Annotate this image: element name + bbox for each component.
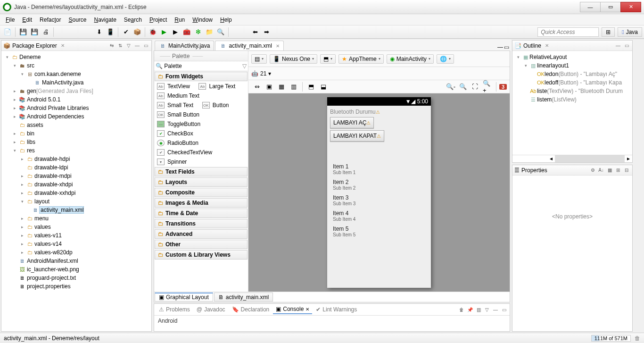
device-dropdown[interactable]: 📱Nexus One▾ [270,54,317,64]
close-outline-icon[interactable]: ✕ [545,43,549,48]
palette-cat-advanced[interactable]: 🗀Advanced [155,229,248,239]
zoom-fit-button[interactable]: 🔍 [458,82,468,92]
debug-button[interactable]: 🐞 [148,27,158,37]
console-menu-button[interactable]: ▽ [483,306,491,313]
menu-project[interactable]: Project [146,17,171,23]
palette-cat-other[interactable]: 🗀Other [155,240,248,249]
new-package-button[interactable]: 📁 [204,27,215,37]
palette-cat-textfields[interactable]: 🗀Text Fields [155,167,248,176]
outline-tree[interactable]: ▾▦RelativeLayout ▾▥linearlayout1 OKledon… [512,51,632,155]
preview-button-on[interactable]: LAMBAYI AÇ⚠ [330,117,374,128]
menu-help[interactable]: Help [216,17,236,23]
menu-search[interactable]: Search [120,17,146,23]
console-clear-button[interactable]: 🗑 [458,306,465,313]
new-project-button[interactable]: 📦 [132,27,142,37]
palette-cat-layouts[interactable]: 🗀Layouts [155,177,248,187]
props-sort-button[interactable]: A↓ [597,167,605,174]
toggle-sizes-button[interactable]: ⇔ [252,82,262,92]
menu-navigate[interactable]: Navigate [90,17,120,23]
list-item[interactable]: Item 2Sub Item 2 [329,177,429,192]
list-item[interactable]: Item 4Sub Item 4 [329,208,429,224]
save-button[interactable]: 💾 [18,27,28,37]
save-all-button[interactable]: 💾 [29,27,40,37]
menu-edit[interactable]: Edit [18,17,36,23]
palette-radiobutton[interactable]: ◉RadioButton [154,138,248,148]
heap-status[interactable]: 111M of 571M [591,335,631,342]
layout-action5[interactable]: ⬓ [318,82,329,92]
error-badge[interactable]: 3 [499,84,507,90]
back-button[interactable]: ⬅ [250,27,260,37]
gc-button[interactable]: 🗑 [635,335,640,342]
external-tools-button[interactable]: 🧰 [182,27,192,37]
run-last-button[interactable]: ▶ [170,27,181,37]
java-perspective-button[interactable]: 🿢Java [618,27,642,37]
list-item[interactable]: Item 3Sub Item 3 [329,192,429,208]
minimize-button[interactable]: — [580,2,601,12]
console-display-button[interactable]: ▥ [475,306,482,313]
layout-action4[interactable]: ⬒ [306,82,316,92]
new-button[interactable]: 📄 [2,27,13,37]
print-button[interactable]: 🖨 [41,27,51,37]
menu-window[interactable]: Window [189,17,216,23]
close-button[interactable]: ✕ [620,2,641,12]
list-item[interactable]: Item 5Sub Item 5 [329,224,429,239]
editor-tab-mainactivity[interactable]: 🗎MainActivity.java [155,41,214,50]
preview-listview[interactable]: Item 1Sub Item 1Item 2Sub Item 2Item 3Su… [329,161,429,239]
menu-file[interactable]: File [2,17,18,23]
package-tree[interactable]: ▾🗀Deneme ▾🖿src ▾⊞com.kaan.deneme 🗎MainAc… [1,51,151,331]
collapse-all-button[interactable]: ⇆ [108,42,116,50]
menu-refactor[interactable]: Refactor [36,17,65,23]
palette-cat-timedate[interactable]: 🗀Time & Date [155,209,248,218]
editor-max-button[interactable]: ▭ [504,44,509,50]
outline-min-button[interactable]: — [614,42,622,50]
open-perspective-button[interactable]: ⊞ [602,27,615,37]
api-dropdown[interactable]: ▾ [268,70,271,77]
view-menu-button[interactable]: ▽ [125,42,132,50]
console-tab[interactable]: ▣ Console ✕ [273,305,312,314]
palette-cat-transitions[interactable]: 🗀Transitions [155,219,248,228]
quick-access-input[interactable] [537,27,599,37]
activity-dropdown[interactable]: ◉MainActivity▾ [387,54,434,64]
theme-dropdown[interactable]: ★AppTheme▾ [339,54,384,64]
palette-textview[interactable]: AbTextView AbLarge Text [154,82,248,91]
props-tool3[interactable]: ▦ [606,167,613,174]
problems-tab[interactable]: ⚠ Problems [156,305,193,314]
menu-source[interactable]: Source [65,17,90,23]
palette-mediumtext[interactable]: AbMedium Text [154,91,248,100]
palette-smalltext[interactable]: AbSmall Text OKButton [154,100,248,110]
graphical-layout-tab[interactable]: ▣ Graphical Layout [155,293,213,301]
close-view-icon[interactable]: ✕ [61,43,65,48]
palette-search-icon[interactable]: 🔍 Palette [156,63,182,69]
avd-manager-button[interactable]: 📱 [105,27,116,37]
javadoc-tab[interactable]: @ Javadoc [194,305,228,314]
props-tool5[interactable]: ⊟ [623,167,630,174]
locale-dropdown[interactable]: 🌐▾ [437,54,454,64]
orientation-dropdown[interactable]: ⬒▾ [320,54,336,64]
zoom-100-button[interactable]: ⛶ [470,82,480,92]
xml-source-tab[interactable]: 🗎 activity_main.xml [214,293,273,301]
palette-smallbutton[interactable]: OKSmall Button [154,110,248,119]
palette-checkbox[interactable]: ✔CheckBox [154,129,248,138]
menu-run[interactable]: Run [171,17,189,23]
lint-button[interactable]: ✔ [121,27,131,37]
minimize-view-button[interactable]: — [133,42,141,50]
lint-tab[interactable]: ✔ Lint Warnings [313,305,360,314]
config-dropdown[interactable]: ▤▾ [251,54,267,64]
maximize-view-button[interactable]: ▭ [142,42,149,50]
preview-button-off[interactable]: LAMBAYI KAPAT⚠ [330,130,384,142]
editor-tab-activity-main[interactable]: 🗎activity_main.xml✕ [215,41,283,50]
palette-togglebutton[interactable]: —ToggleButton [154,119,248,129]
palette-cat-formwidgets[interactable]: 🗀Form Widgets [155,72,248,81]
zoom-in-button[interactable]: 🔍+ [482,82,493,92]
palette-cat-custom[interactable]: 🗀Custom & Library Views [155,250,248,259]
new-class-button[interactable]: ❇ [193,27,203,37]
outline-max-button[interactable]: ▭ [623,42,630,50]
zoom-out-button[interactable]: 🔍- [446,82,456,92]
props-tool4[interactable]: ⊞ [614,167,622,174]
declaration-tab[interactable]: 🔖 Declaration [229,305,272,314]
run-button[interactable]: ▶ [159,27,169,37]
layout-action2[interactable]: ▦ [276,82,287,92]
props-tool1[interactable]: ⚙ [589,167,596,174]
palette-cat-composite[interactable]: 🗀Composite [155,188,248,197]
palette-checkedtextview[interactable]: ✔CheckedTextView [154,148,248,157]
